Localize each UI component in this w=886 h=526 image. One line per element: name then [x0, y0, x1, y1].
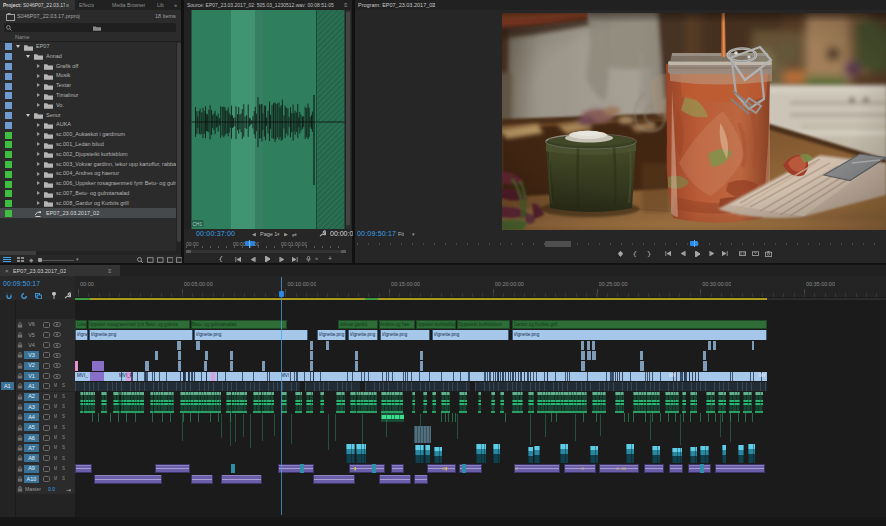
svg-text:CH1: CH1 — [192, 222, 202, 227]
